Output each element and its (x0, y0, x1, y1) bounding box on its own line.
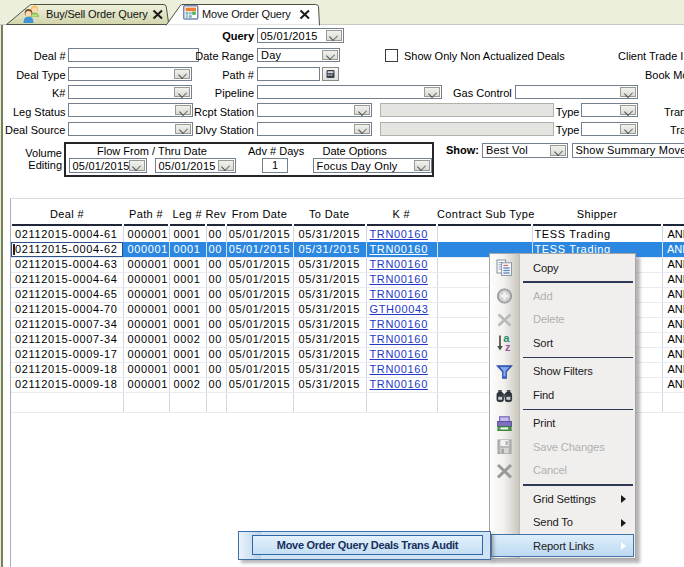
svg-text:z: z (505, 342, 511, 353)
